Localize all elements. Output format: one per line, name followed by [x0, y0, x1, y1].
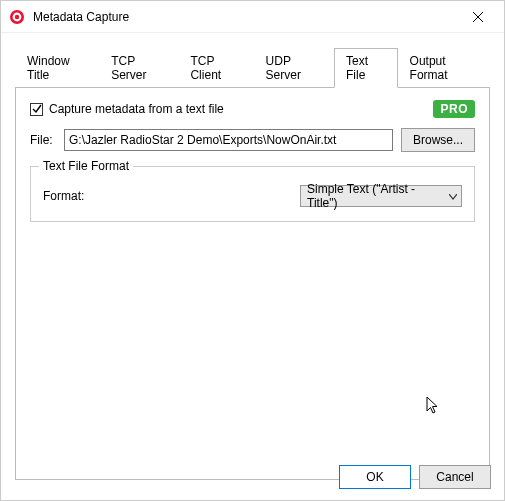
capture-row: Capture metadata from a text file PRO: [30, 100, 475, 118]
cancel-button[interactable]: Cancel: [419, 465, 491, 489]
tab-text-file[interactable]: Text File: [334, 48, 398, 88]
tab-tcp-server[interactable]: TCP Server: [99, 48, 178, 88]
file-label: File:: [30, 133, 56, 147]
capture-label: Capture metadata from a text file: [49, 102, 224, 116]
pro-badge: PRO: [433, 100, 475, 118]
content-area: Window Title TCP Server TCP Client UDP S…: [1, 33, 504, 480]
svg-point-2: [15, 14, 19, 18]
close-icon: [473, 12, 483, 22]
dialog-buttons: OK Cancel: [339, 465, 491, 489]
tab-window-title[interactable]: Window Title: [15, 48, 99, 88]
ok-button[interactable]: OK: [339, 465, 411, 489]
window-title: Metadata Capture: [33, 10, 456, 24]
tab-panel-text-file: Capture metadata from a text file PRO Fi…: [15, 88, 490, 480]
cursor-icon: [426, 396, 442, 419]
tab-output-format[interactable]: Output Format: [398, 48, 490, 88]
chevron-down-icon: [449, 191, 457, 202]
tab-udp-server[interactable]: UDP Server: [254, 48, 334, 88]
tab-strip: Window Title TCP Server TCP Client UDP S…: [15, 47, 490, 88]
close-button[interactable]: [456, 2, 500, 32]
format-label: Format:: [43, 189, 84, 203]
file-row: File: Browse...: [30, 128, 475, 152]
app-icon: [9, 9, 25, 25]
file-input[interactable]: [64, 129, 393, 151]
check-icon: [32, 104, 42, 114]
text-file-format-group: Text File Format Format: Simple Text ("A…: [30, 166, 475, 222]
tab-tcp-client[interactable]: TCP Client: [178, 48, 253, 88]
format-row: Format: Simple Text ("Artist - Title"): [43, 185, 462, 207]
format-select[interactable]: Simple Text ("Artist - Title"): [300, 185, 462, 207]
capture-checkbox-wrap[interactable]: Capture metadata from a text file: [30, 102, 224, 116]
titlebar: Metadata Capture: [1, 1, 504, 33]
capture-checkbox[interactable]: [30, 103, 43, 116]
format-value: Simple Text ("Artist - Title"): [307, 182, 445, 210]
browse-button[interactable]: Browse...: [401, 128, 475, 152]
fieldset-legend: Text File Format: [39, 159, 133, 173]
